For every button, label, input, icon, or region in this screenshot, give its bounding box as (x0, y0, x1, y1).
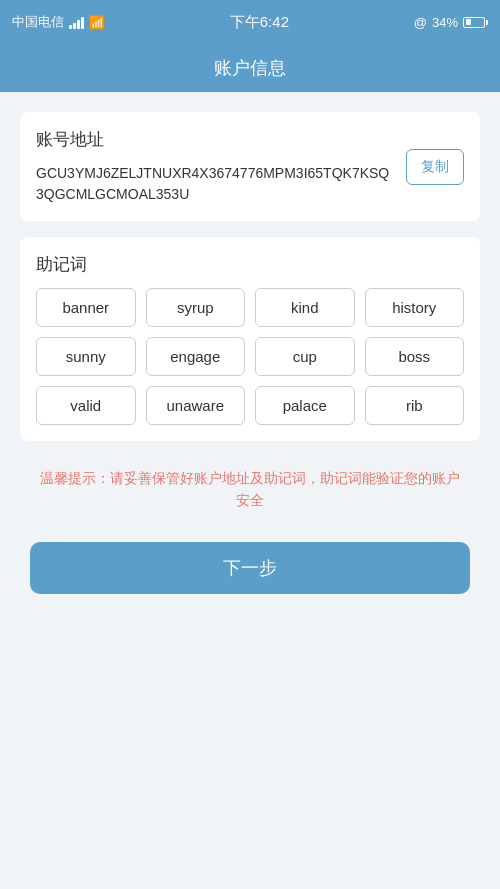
mnemonic-word: engage (146, 337, 246, 376)
mnemonic-word: cup (255, 337, 355, 376)
mnemonic-word: boss (365, 337, 465, 376)
mnemonic-word: palace (255, 386, 355, 425)
mnemonic-grid: bannersyrupkindhistorysunnyengagecupboss… (36, 288, 464, 425)
account-address-section: 账号地址 GCU3YMJ6ZELJTNUXR4X3674776MPM3I65TQ… (20, 112, 480, 221)
mnemonic-word: kind (255, 288, 355, 327)
page-title: 账户信息 (214, 56, 286, 80)
main-content: 账号地址 GCU3YMJ6ZELJTNUXR4X3674776MPM3I65TQ… (0, 92, 500, 614)
mnemonic-word: unaware (146, 386, 246, 425)
warning-text: 温馨提示：请妥善保管好账户地址及助记词，助记词能验证您的账户安全 (36, 467, 464, 512)
status-bar: 中国电信 📶 下午6:42 @ 34% (0, 0, 500, 44)
account-address-wrapper: 账号地址 GCU3YMJ6ZELJTNUXR4X3674776MPM3I65TQ… (36, 128, 406, 205)
copy-button[interactable]: 复制 (406, 149, 464, 185)
mnemonic-word: banner (36, 288, 136, 327)
mnemonic-section: 助记词 bannersyrupkindhistorysunnyengagecup… (20, 237, 480, 441)
mnemonic-word: history (365, 288, 465, 327)
signal-icon (69, 15, 84, 29)
location-icon: @ (414, 15, 427, 30)
battery-icon (463, 17, 488, 28)
battery-label: 34% (432, 15, 458, 30)
next-button[interactable]: 下一步 (30, 542, 470, 594)
status-time: 下午6:42 (230, 13, 289, 32)
mnemonic-label: 助记词 (36, 253, 464, 276)
next-button-container: 下一步 (20, 542, 480, 594)
account-address-label: 账号地址 (36, 128, 406, 151)
carrier-label: 中国电信 (12, 13, 64, 31)
wifi-icon: 📶 (89, 15, 105, 30)
status-right: @ 34% (414, 15, 488, 30)
page-header: 账户信息 (0, 44, 500, 92)
account-address-value: GCU3YMJ6ZELJTNUXR4X3674776MPM3I65TQK7KSQ… (36, 163, 394, 205)
mnemonic-word: valid (36, 386, 136, 425)
warning-section: 温馨提示：请妥善保管好账户地址及助记词，助记词能验证您的账户安全 (20, 457, 480, 522)
mnemonic-word: sunny (36, 337, 136, 376)
status-left: 中国电信 📶 (12, 13, 105, 31)
mnemonic-word: rib (365, 386, 465, 425)
mnemonic-word: syrup (146, 288, 246, 327)
